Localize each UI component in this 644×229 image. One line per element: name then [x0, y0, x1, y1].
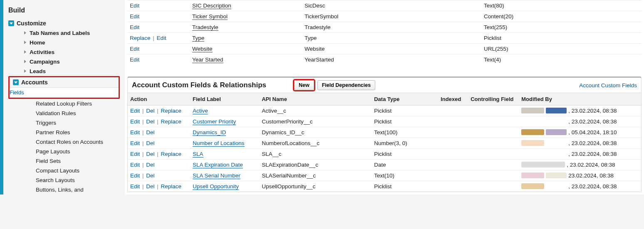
- panel-title: Account Custom Fields & Relationships: [132, 81, 294, 89]
- controlling-cell: [468, 181, 519, 192]
- sidebar-item-partner-roles[interactable]: Partner Roles: [3, 128, 120, 137]
- field-label-link[interactable]: Year Started: [192, 57, 223, 63]
- field-label-link[interactable]: Upsell Opportunity: [193, 183, 239, 190]
- sidebar-item-activities[interactable]: Activities: [3, 47, 120, 57]
- del-link[interactable]: Del: [146, 183, 154, 190]
- field-label-link[interactable]: Type: [192, 35, 204, 42]
- table-row: Edit | Del | ReplaceUpsell OpportunityUp…: [128, 181, 641, 192]
- sidebar-item-related-lookup-filters[interactable]: Related Lookup Filters: [3, 99, 120, 108]
- replace-link[interactable]: Replace: [161, 183, 182, 190]
- edit-link[interactable]: Edit: [130, 24, 139, 30]
- field-label-link[interactable]: Number of Locations: [193, 140, 245, 147]
- sidebar-item-validation-rules[interactable]: Validation Rules: [3, 108, 120, 118]
- table-row: Edit | DelSLA Expiration DateSLAExpirati…: [128, 160, 641, 170]
- api-name: NumberofLocations__c: [259, 138, 372, 149]
- sidebar-item-field-sets[interactable]: Field Sets: [3, 156, 120, 166]
- indexed-cell: [438, 106, 468, 116]
- field-label-link[interactable]: Ticker Symbol: [192, 13, 228, 20]
- field-label-link[interactable]: SIC Description: [192, 2, 231, 9]
- col-action: Action: [128, 93, 190, 106]
- edit-link[interactable]: Edit: [130, 162, 140, 168]
- table-row: EditWebsiteWebsiteURL(255): [127, 44, 642, 54]
- table-row: Edit | DelDynamics_IDDynamics_ID__cText(…: [128, 127, 641, 138]
- data-type: Text(100): [372, 127, 438, 138]
- col-label: Field Label: [190, 93, 259, 106]
- indexed-cell: [438, 170, 468, 181]
- edit-link[interactable]: Edit: [130, 57, 139, 63]
- edit-link[interactable]: Edit: [130, 13, 139, 20]
- chevron-right-icon: [24, 69, 26, 73]
- field-label-link[interactable]: Dynamics_ID: [193, 129, 226, 136]
- field-label-link[interactable]: Tradestyle: [192, 24, 218, 31]
- replace-link[interactable]: Replace: [161, 118, 182, 125]
- edit-link[interactable]: Edit: [130, 151, 140, 157]
- controlling-cell: [468, 149, 519, 160]
- indexed-cell: [438, 149, 468, 160]
- replace-link[interactable]: Replace: [161, 108, 182, 114]
- field-label-link[interactable]: SLA Serial Number: [193, 172, 240, 179]
- modified-by: , 23.02.2024, 08:38: [519, 160, 641, 170]
- indexed-cell: [438, 127, 468, 138]
- table-row: Edit | Del | ReplaceActiveActive__cPickl…: [128, 106, 641, 116]
- edit-link[interactable]: Edit: [157, 35, 166, 41]
- edit-link[interactable]: Edit: [130, 172, 140, 179]
- field-label-link[interactable]: SLA: [193, 151, 203, 158]
- edit-link[interactable]: Edit: [130, 108, 140, 114]
- sidebar-item-compact-layouts[interactable]: Compact Layouts: [3, 166, 120, 175]
- table-row: EditTicker SymbolTickerSymbolContent(20): [127, 11, 642, 22]
- field-label-link[interactable]: Customer Priority: [193, 118, 236, 125]
- del-link[interactable]: Del: [146, 118, 154, 125]
- del-link[interactable]: Del: [146, 162, 154, 168]
- replace-link[interactable]: Replace: [161, 151, 182, 157]
- sidebar-item-accounts[interactable]: Accounts: [10, 77, 119, 87]
- help-link[interactable]: Account Custom Fields: [579, 82, 637, 89]
- sidebar-item-leads[interactable]: Leads: [3, 66, 120, 76]
- sidebar-item-fields[interactable]: Fields: [10, 87, 119, 98]
- sidebar-item-campaigns[interactable]: Campaigns: [3, 57, 120, 66]
- table-row: EditYear StartedYearStartedText(4): [127, 54, 642, 65]
- field-dependencies-button[interactable]: Field Dependencies: [317, 80, 375, 90]
- del-link[interactable]: Del: [146, 172, 154, 179]
- field-label-link[interactable]: SLA Expiration Date: [193, 162, 243, 168]
- redacted-name: [546, 183, 567, 189]
- field-label-link[interactable]: Active: [193, 108, 208, 114]
- table-row: Edit | Del | ReplaceSLASLA__cPicklist, 2…: [128, 149, 641, 160]
- edit-link[interactable]: Edit: [130, 140, 140, 146]
- sidebar-item-contact-roles-on-accounts[interactable]: Contact Roles on Accounts: [3, 137, 120, 147]
- redacted-name: [521, 108, 544, 113]
- table-row: Edit | DelSLA Serial NumberSLASerialNumb…: [128, 170, 641, 181]
- edit-link[interactable]: Edit: [130, 46, 139, 52]
- api-name: CustomerPriority__c: [259, 116, 372, 127]
- field-label-link[interactable]: Website: [192, 46, 213, 52]
- modified-by: , 23.02.2024, 08:38: [519, 138, 641, 149]
- redacted-name: [546, 108, 567, 113]
- edit-link[interactable]: Edit: [130, 2, 139, 9]
- redacted-name: [521, 172, 544, 178]
- sidebar-item-search-layouts[interactable]: Search Layouts: [3, 175, 120, 185]
- sidebar-item-tab-names-and-labels[interactable]: Tab Names and Labels: [3, 28, 120, 38]
- sidebar-item-home[interactable]: Home: [3, 38, 120, 47]
- chevron-right-icon: [24, 50, 26, 54]
- data-type: Content(20): [481, 11, 642, 22]
- main-content: EditSIC DescriptionSicDescText(80)EditTi…: [125, 0, 644, 195]
- edit-link[interactable]: Edit: [130, 183, 140, 190]
- redacted-name: [546, 118, 567, 124]
- controlling-cell: [468, 138, 519, 149]
- del-link[interactable]: Del: [146, 108, 154, 114]
- sidebar-item-buttons-links-and[interactable]: Buttons, Links, and: [3, 185, 120, 195]
- redacted-name: [521, 183, 544, 189]
- redacted-name: [546, 129, 567, 135]
- sidebar-item-page-layouts[interactable]: Page Layouts: [3, 147, 120, 156]
- sidebar-item-triggers[interactable]: Triggers: [3, 118, 120, 128]
- replace-link[interactable]: Replace: [130, 35, 151, 41]
- data-type: Date: [372, 160, 438, 170]
- del-link[interactable]: Del: [146, 140, 154, 146]
- sidebar-item-customize[interactable]: Customize: [3, 18, 120, 28]
- chevron-right-icon: [24, 31, 26, 34]
- edit-link[interactable]: Edit: [130, 118, 140, 125]
- del-link[interactable]: Del: [146, 151, 154, 157]
- del-link[interactable]: Del: [146, 129, 154, 135]
- api-name: SLAExpirationDate__c: [259, 160, 372, 170]
- new-button[interactable]: New: [294, 80, 314, 90]
- edit-link[interactable]: Edit: [130, 129, 140, 135]
